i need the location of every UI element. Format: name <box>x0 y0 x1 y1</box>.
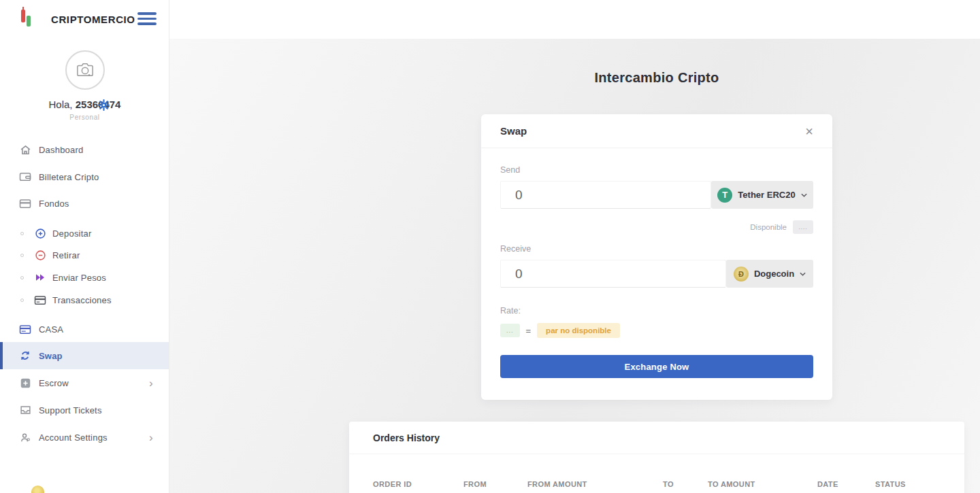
send-label: Send <box>500 165 813 175</box>
chevron-right-icon: › <box>149 432 153 443</box>
chevron-down-icon <box>801 193 807 197</box>
column-header-date: DATE <box>817 480 838 488</box>
sidebar-item-billetera-cripto[interactable]: Billetera Cripto <box>0 163 169 190</box>
casa-card-icon <box>19 323 31 335</box>
available-label: Disponible <box>750 223 787 231</box>
sidebar-item-escrow[interactable]: Escrow › <box>0 369 169 396</box>
sidebar-item-casa[interactable]: CASA <box>0 316 169 343</box>
available-balance-badge: .... <box>793 220 813 234</box>
exchange-now-button[interactable]: Exchange Now <box>500 355 813 378</box>
coin-icon <box>31 486 44 493</box>
transactions-card-icon <box>34 294 46 306</box>
inbox-icon <box>19 404 31 416</box>
bullet-icon <box>20 276 24 279</box>
rate-row: ... = par no disponible <box>500 323 813 338</box>
sidebar-item-fondos[interactable]: Fondos <box>0 190 169 217</box>
sidebar-item-dashboard[interactable]: Dashboard <box>0 136 169 163</box>
square-plus-icon <box>19 377 31 389</box>
available-row: Disponible .... <box>500 220 813 234</box>
column-header-order-id: ORDER ID <box>373 480 412 488</box>
column-header-from-amount: FROM AMOUNT <box>527 480 587 488</box>
page-title: Intercambio Cripto <box>481 70 832 86</box>
send-currency-dropdown[interactable]: T Tether ERC20 <box>711 181 813 209</box>
column-header-from: FROM <box>463 480 487 488</box>
column-header-to: TO <box>663 480 674 488</box>
rate-label: Rate: <box>500 306 813 316</box>
fast-forward-icon <box>34 271 46 284</box>
orders-history-card: Orders History ORDER ID FROM FROM AMOUNT… <box>349 422 964 493</box>
brand-row: CRIPTOMERCIO <box>0 0 169 39</box>
brand-logo-icon <box>21 10 32 29</box>
chevron-down-icon <box>800 272 806 276</box>
send-row: T Tether ERC20 <box>500 181 813 209</box>
sidebar: CRIPTOMERCIO <box>0 0 169 493</box>
account-type-label: Personal <box>0 114 169 121</box>
column-header-to-amount: TO AMOUNT <box>708 480 755 488</box>
bullet-icon <box>20 254 24 257</box>
user-settings-icon <box>19 431 31 443</box>
swap-card-title: Swap <box>500 125 527 137</box>
brand-name: CRIPTOMERCIO <box>51 14 135 25</box>
sidebar-item-swap[interactable]: Swap <box>0 342 169 369</box>
avatar-upload-button[interactable] <box>65 50 105 90</box>
chevron-right-icon: › <box>149 377 153 389</box>
camera-icon <box>75 61 95 79</box>
user-greeting: Hola, 25366474 <box>0 99 169 110</box>
rate-unavailable-badge: par no disponible <box>537 323 620 338</box>
equals-sign: = <box>526 326 532 336</box>
orders-history-header: Orders History <box>349 422 964 454</box>
swap-card: Swap × Send T Tether ERC20 Disponible ..… <box>481 114 832 400</box>
receive-currency-label: Dogecoin <box>754 269 794 279</box>
column-header-status: STATUS <box>875 480 906 488</box>
send-amount-input[interactable] <box>500 181 711 209</box>
swap-card-body: Send T Tether ERC20 Disponible .... Rece… <box>481 165 832 378</box>
orders-history-title: Orders History <box>373 432 440 443</box>
send-currency-label: Tether ERC20 <box>738 190 795 200</box>
close-icon[interactable]: × <box>805 124 813 138</box>
credit-card-icon <box>19 197 31 209</box>
rate-value-badge: ... <box>500 324 520 337</box>
sidebar-item-account-settings[interactable]: Account Settings › <box>0 424 169 451</box>
bullet-icon <box>20 299 24 302</box>
minus-circle-icon <box>34 249 46 261</box>
wallet-icon <box>19 171 31 183</box>
hamburger-menu-icon[interactable] <box>137 12 158 27</box>
sidebar-item-support-tickets[interactable]: Support Tickets <box>0 396 169 424</box>
bullet-icon <box>20 232 24 235</box>
receive-row: Ð Dogecoin <box>500 260 813 288</box>
swap-card-header: Swap × <box>481 114 832 148</box>
app-window: CRIPTOMERCIO <box>0 0 980 493</box>
receive-label: Receive <box>500 244 813 254</box>
gear-icon[interactable] <box>98 99 110 111</box>
profile-block: Hola, 25366474 Personal <box>0 50 169 121</box>
tether-coin-icon: T <box>717 188 732 203</box>
receive-currency-dropdown[interactable]: Ð Dogecoin <box>726 260 813 288</box>
home-icon <box>19 143 31 156</box>
receive-amount-input[interactable] <box>500 260 726 288</box>
swap-arrows-icon <box>19 350 31 362</box>
sidebar-item-transacciones[interactable]: Transacciones <box>0 286 169 313</box>
dogecoin-coin-icon: Ð <box>734 267 749 282</box>
plus-circle-icon <box>34 227 46 239</box>
